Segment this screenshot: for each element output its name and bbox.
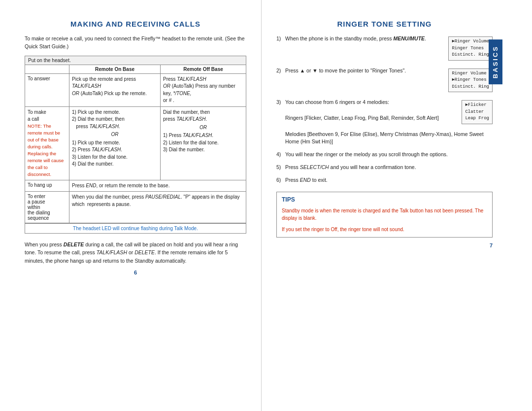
step-6-content: Press END to exit. — [285, 176, 493, 184]
intro-text: To make or receive a call, you need to c… — [25, 35, 246, 51]
right-page: Ringer Tone Setting 1) ►Ringer Volume Ri… — [261, 0, 502, 411]
step-melodies-blank — [276, 131, 285, 138]
cell-on-make: 1) Pick up the remote. 2) Dial the numbe… — [69, 107, 161, 180]
cell-action-make: To makea call NOTE: The remote must be o… — [25, 107, 69, 180]
step-5: 5) Press SELECT/CH and you will hear a c… — [276, 164, 493, 171]
step-6-num: 6) — [276, 176, 285, 184]
cell-off-answer: Press TALK/FLASH OR (AutoTalk) Press any… — [161, 74, 246, 106]
display-box-2: Ringer Volume ►Ringer Tones Distinct. Ri… — [448, 68, 493, 93]
ringer-steps: 1) ►Ringer Volume Ringer Tones Distinct.… — [276, 35, 493, 184]
step-melodies: Melodies [Beethoven 9, For Elise (Elise)… — [276, 131, 493, 146]
tips-box: TIPS Standby mode is when the remote is … — [276, 192, 493, 238]
step-5-content: Press SELECT/CH and you will hear a conf… — [285, 164, 493, 171]
left-title: Making and Receiving Calls — [25, 20, 246, 28]
tips-text-2: If you set the ringer to Off, the ringer… — [282, 226, 487, 233]
col-off-header: Remote Off Base — [161, 65, 246, 73]
step-6: 6) Press END to exit. — [276, 176, 493, 184]
left-page-number: 6 — [25, 270, 246, 275]
step-2-num: 2) — [276, 67, 285, 75]
step-2: 2) Ringer Volume ►Ringer Tones Distinct.… — [276, 67, 493, 94]
cell-on-answer: Pick up the remote and press TALK/FLASH … — [69, 74, 161, 106]
table-row: To makea call NOTE: The remote must be o… — [25, 107, 246, 180]
column-headers: Remote On Base Remote Off Base — [25, 65, 246, 74]
step-1: 1) ►Ringer Volume Ringer Tones Distinct.… — [276, 35, 493, 62]
table-row: To hang up Press END, or return the remo… — [25, 180, 246, 192]
flash-notice: The headset LED will continue flashing d… — [25, 223, 246, 233]
step-3-num: 3) — [276, 99, 285, 106]
step-melodies-content: Melodies [Beethoven 9, For Elise (Elise)… — [285, 131, 493, 146]
step-3-content: ►Flicker Clatter Leap Frog You can choos… — [285, 99, 493, 126]
tips-title: TIPS — [282, 196, 487, 203]
right-page-number: 7 — [276, 242, 493, 248]
instructions-table: Put on the headset. Remote On Base Remot… — [25, 56, 246, 234]
table-header: Put on the headset. — [25, 56, 246, 65]
cell-action-hangup: To hang up — [25, 180, 69, 192]
cell-action-answer: To answer — [25, 74, 69, 106]
basics-tab: BASICS — [489, 39, 502, 84]
step-1-content: ►Ringer Volume Ringer Tones Distinct. Ri… — [285, 35, 493, 62]
step-4-num: 4) — [276, 151, 285, 159]
cell-off-make: Dial the number, then press TALK/FLASH. … — [161, 107, 246, 180]
bottom-text: When you press DELETE during a call, the… — [25, 240, 246, 265]
cell-hangup-combined: Press END, or return the remote to the b… — [69, 180, 246, 192]
left-page: Making and Receiving Calls To make or re… — [0, 0, 261, 411]
step-3: 3) ►Flicker Clatter Leap Frog You can ch… — [276, 99, 493, 126]
step-1-num: 1) — [276, 35, 285, 43]
step-5-num: 5) — [276, 164, 285, 171]
display-box-1: ►Ringer Volume Ringer Tones Distinct. Ri… — [448, 36, 493, 61]
col-on-header: Remote On Base — [69, 65, 161, 73]
col-action-header — [25, 65, 69, 73]
right-title: Ringer Tone Setting — [276, 20, 493, 28]
step-4-content: You will hear the ringer or the melody a… — [285, 151, 493, 159]
step-2-content: Ringer Volume ►Ringer Tones Distinct. Ri… — [285, 67, 493, 94]
cell-action-pause: To entera pausewithinthe dialingsequence — [25, 192, 69, 223]
step-4: 4) You will hear the ringer or the melod… — [276, 151, 493, 159]
tips-text-1: Standby mode is when the remote is charg… — [282, 207, 487, 222]
table-row: To answer Pick up the remote and press T… — [25, 74, 246, 107]
table-row: To entera pausewithinthe dialingsequence… — [25, 192, 246, 223]
display-box-3: ►Flicker Clatter Leap Frog — [462, 100, 493, 124]
cell-pause-combined: When you dial the number, press PAUSE/RE… — [69, 192, 246, 223]
